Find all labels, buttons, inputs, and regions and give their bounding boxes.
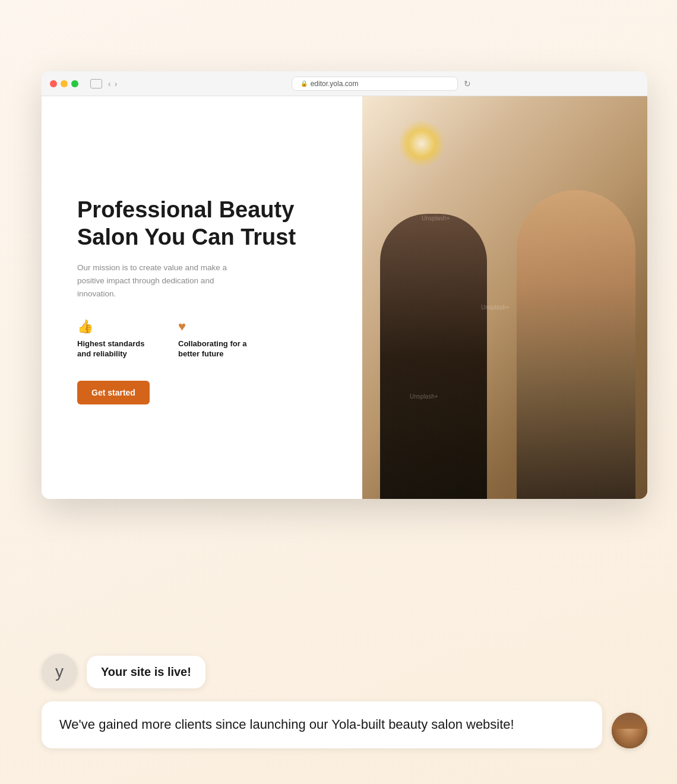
back-button[interactable]: ‹: [108, 79, 111, 88]
chat-bubble-1-text: Your site is live!: [101, 665, 191, 678]
sidebar-toggle-button[interactable]: [90, 79, 102, 88]
feature-label-2: Collaborating for a better future: [178, 339, 249, 359]
chat-bubble-2: We've gained more clients since launchin…: [42, 701, 602, 748]
get-started-button[interactable]: Get started: [77, 381, 150, 404]
user-avatar: [612, 713, 647, 748]
chat-bubble-1: Your site is live!: [87, 656, 205, 688]
feature-item-2: ♥ Collaborating for a better future: [178, 319, 249, 359]
website-content: Professional Beauty Salon You Can Trust …: [42, 96, 647, 499]
watermark-2: Unsplash+: [481, 304, 510, 311]
photo-person-seated: [380, 214, 487, 499]
hero-title: Professional Beauty Salon You Can Trust: [77, 197, 333, 251]
watermark-3: Unsplash+: [410, 393, 438, 400]
salon-photo: Unsplash+ Unsplash+ Unsplash+: [362, 96, 647, 499]
photo-light: [398, 120, 445, 167]
heart-icon: ♥: [178, 319, 249, 334]
chat-section: y Your site is live! We've gained more c…: [42, 654, 647, 748]
nav-buttons: ‹ ›: [108, 79, 117, 88]
chat-row-1: y Your site is live!: [42, 654, 647, 690]
feature-item-1: 👍 Highest standards and reliability: [77, 319, 148, 359]
address-bar-wrapper: 🔒 editor.yola.com ↻: [123, 77, 639, 91]
close-button[interactable]: [50, 80, 57, 87]
website-left-panel: Professional Beauty Salon You Can Trust …: [42, 96, 362, 499]
traffic-lights: [50, 80, 78, 87]
lock-icon: 🔒: [300, 80, 308, 87]
yola-logo-text: y: [55, 662, 64, 681]
thumbs-up-icon: 👍: [77, 319, 148, 334]
user-avatar-inner: [612, 713, 647, 748]
browser-titlebar: ‹ › 🔒 editor.yola.com ↻: [42, 71, 647, 96]
forward-button[interactable]: ›: [115, 79, 118, 88]
address-bar[interactable]: 🔒 editor.yola.com: [292, 77, 458, 91]
url-text: editor.yola.com: [311, 80, 359, 88]
chat-bubble-2-text: We've gained more clients since launchin…: [59, 717, 514, 732]
user-avatar-hair: [612, 713, 647, 729]
browser-window: ‹ › 🔒 editor.yola.com ↻ Professional Bea…: [42, 71, 647, 499]
photo-person-standing: [517, 190, 635, 499]
reload-button[interactable]: ↻: [464, 79, 471, 88]
website-right-panel: Unsplash+ Unsplash+ Unsplash+: [362, 96, 647, 499]
watermark-1: Unsplash+: [422, 215, 450, 222]
minimize-button[interactable]: [61, 80, 68, 87]
feature-label-1: Highest standards and reliability: [77, 339, 148, 359]
feature-icons: 👍 Highest standards and reliability ♥ Co…: [77, 319, 333, 359]
chat-row-2: We've gained more clients since launchin…: [42, 701, 647, 748]
hero-subtitle: Our mission is to create value and make …: [77, 261, 243, 300]
yola-avatar: y: [42, 654, 77, 690]
maximize-button[interactable]: [71, 80, 78, 87]
